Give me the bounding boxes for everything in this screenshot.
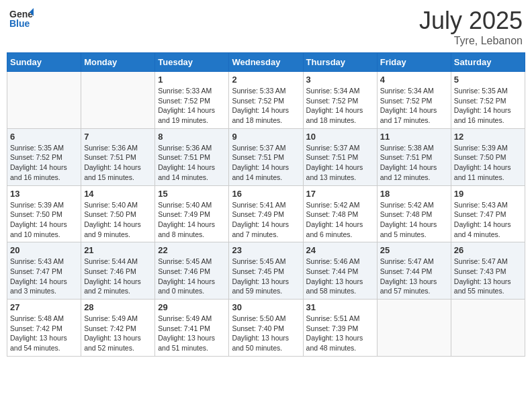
day-number: 8 xyxy=(158,132,226,142)
day-number: 26 xyxy=(454,245,522,255)
calendar-cell xyxy=(7,72,81,129)
day-number: 15 xyxy=(158,189,226,199)
calendar-cell: 2Sunrise: 5:33 AM Sunset: 7:52 PM Daylig… xyxy=(229,72,303,129)
calendar-cell: 3Sunrise: 5:34 AM Sunset: 7:52 PM Daylig… xyxy=(303,72,377,129)
day-info: Sunrise: 5:36 AM Sunset: 7:51 PM Dayligh… xyxy=(158,143,226,183)
day-number: 12 xyxy=(454,132,522,142)
day-number: 16 xyxy=(232,189,300,199)
day-info: Sunrise: 5:33 AM Sunset: 7:52 PM Dayligh… xyxy=(158,86,226,126)
calendar-cell: 24Sunrise: 5:46 AM Sunset: 7:44 PM Dayli… xyxy=(303,242,377,300)
calendar-cell xyxy=(81,72,155,129)
calendar-cell: 26Sunrise: 5:47 AM Sunset: 7:43 PM Dayli… xyxy=(451,242,525,300)
day-number: 20 xyxy=(10,245,78,255)
month-title: July 2025 xyxy=(419,7,523,35)
day-number: 6 xyxy=(10,132,78,142)
svg-text:Blue: Blue xyxy=(9,18,30,29)
day-number: 7 xyxy=(84,132,152,142)
day-info: Sunrise: 5:44 AM Sunset: 7:46 PM Dayligh… xyxy=(84,257,152,296)
day-info: Sunrise: 5:43 AM Sunset: 7:47 PM Dayligh… xyxy=(454,200,522,240)
calendar-week-row: 13Sunrise: 5:39 AM Sunset: 7:50 PM Dayli… xyxy=(7,185,525,242)
calendar-cell: 20Sunrise: 5:43 AM Sunset: 7:47 PM Dayli… xyxy=(7,242,81,300)
calendar-cell: 13Sunrise: 5:39 AM Sunset: 7:50 PM Dayli… xyxy=(7,185,81,242)
day-number: 19 xyxy=(454,189,522,199)
calendar-cell: 21Sunrise: 5:44 AM Sunset: 7:46 PM Dayli… xyxy=(81,242,155,300)
day-info: Sunrise: 5:35 AM Sunset: 7:52 PM Dayligh… xyxy=(10,143,78,183)
day-number: 27 xyxy=(10,302,78,312)
column-header-saturday: Saturday xyxy=(451,53,525,72)
day-number: 24 xyxy=(306,245,374,255)
day-info: Sunrise: 5:46 AM Sunset: 7:44 PM Dayligh… xyxy=(306,257,374,296)
column-header-wednesday: Wednesday xyxy=(229,53,303,72)
day-info: Sunrise: 5:37 AM Sunset: 7:51 PM Dayligh… xyxy=(306,143,374,183)
calendar-cell: 30Sunrise: 5:50 AM Sunset: 7:40 PM Dayli… xyxy=(229,300,303,357)
calendar-cell: 11Sunrise: 5:38 AM Sunset: 7:51 PM Dayli… xyxy=(377,128,451,185)
day-info: Sunrise: 5:49 AM Sunset: 7:42 PM Dayligh… xyxy=(84,314,152,353)
day-info: Sunrise: 5:45 AM Sunset: 7:45 PM Dayligh… xyxy=(232,257,300,296)
column-header-friday: Friday xyxy=(377,53,451,72)
day-number: 31 xyxy=(306,302,374,312)
calendar-cell: 9Sunrise: 5:37 AM Sunset: 7:51 PM Daylig… xyxy=(229,128,303,185)
day-number: 4 xyxy=(380,75,448,85)
calendar-cell: 7Sunrise: 5:36 AM Sunset: 7:51 PM Daylig… xyxy=(81,128,155,185)
calendar-cell: 25Sunrise: 5:47 AM Sunset: 7:44 PM Dayli… xyxy=(377,242,451,300)
logo-icon: General Blue xyxy=(9,7,34,31)
calendar-cell: 16Sunrise: 5:41 AM Sunset: 7:49 PM Dayli… xyxy=(229,185,303,242)
logo: General Blue xyxy=(9,7,34,31)
day-info: Sunrise: 5:35 AM Sunset: 7:52 PM Dayligh… xyxy=(454,86,522,126)
calendar-cell: 22Sunrise: 5:45 AM Sunset: 7:46 PM Dayli… xyxy=(155,242,229,300)
calendar-header-row: SundayMondayTuesdayWednesdayThursdayFrid… xyxy=(7,53,525,72)
calendar-cell: 14Sunrise: 5:40 AM Sunset: 7:50 PM Dayli… xyxy=(81,185,155,242)
day-number: 10 xyxy=(306,132,374,142)
day-number: 14 xyxy=(84,189,152,199)
day-info: Sunrise: 5:43 AM Sunset: 7:47 PM Dayligh… xyxy=(10,257,78,296)
day-number: 9 xyxy=(232,132,300,142)
day-number: 18 xyxy=(380,189,448,199)
day-info: Sunrise: 5:38 AM Sunset: 7:51 PM Dayligh… xyxy=(380,143,448,183)
day-number: 22 xyxy=(158,245,226,255)
calendar-cell: 1Sunrise: 5:33 AM Sunset: 7:52 PM Daylig… xyxy=(155,72,229,129)
calendar-cell: 27Sunrise: 5:48 AM Sunset: 7:42 PM Dayli… xyxy=(7,300,81,357)
day-info: Sunrise: 5:40 AM Sunset: 7:50 PM Dayligh… xyxy=(84,200,152,240)
calendar-cell: 17Sunrise: 5:42 AM Sunset: 7:48 PM Dayli… xyxy=(303,185,377,242)
day-number: 30 xyxy=(232,302,300,312)
calendar-cell: 5Sunrise: 5:35 AM Sunset: 7:52 PM Daylig… xyxy=(451,72,525,129)
location-title: Tyre, Lebanon xyxy=(419,35,523,47)
day-number: 3 xyxy=(306,75,374,85)
calendar-cell: 31Sunrise: 5:51 AM Sunset: 7:39 PM Dayli… xyxy=(303,300,377,357)
day-number: 28 xyxy=(84,302,152,312)
page-header: General Blue July 2025 Tyre, Lebanon xyxy=(7,7,525,47)
day-info: Sunrise: 5:34 AM Sunset: 7:52 PM Dayligh… xyxy=(380,86,448,126)
calendar-cell: 23Sunrise: 5:45 AM Sunset: 7:45 PM Dayli… xyxy=(229,242,303,300)
day-number: 25 xyxy=(380,245,448,255)
calendar-week-row: 27Sunrise: 5:48 AM Sunset: 7:42 PM Dayli… xyxy=(7,300,525,357)
day-number: 21 xyxy=(84,245,152,255)
calendar-table: SundayMondayTuesdayWednesdayThursdayFrid… xyxy=(7,52,525,357)
day-info: Sunrise: 5:37 AM Sunset: 7:51 PM Dayligh… xyxy=(232,143,300,183)
calendar-cell xyxy=(451,300,525,357)
day-info: Sunrise: 5:42 AM Sunset: 7:48 PM Dayligh… xyxy=(306,200,374,240)
day-info: Sunrise: 5:47 AM Sunset: 7:44 PM Dayligh… xyxy=(380,257,448,296)
day-number: 13 xyxy=(10,189,78,199)
calendar-week-row: 20Sunrise: 5:43 AM Sunset: 7:47 PM Dayli… xyxy=(7,242,525,300)
day-info: Sunrise: 5:33 AM Sunset: 7:52 PM Dayligh… xyxy=(232,86,300,126)
day-info: Sunrise: 5:50 AM Sunset: 7:40 PM Dayligh… xyxy=(232,314,300,353)
day-info: Sunrise: 5:41 AM Sunset: 7:49 PM Dayligh… xyxy=(232,200,300,240)
day-number: 11 xyxy=(380,132,448,142)
day-info: Sunrise: 5:48 AM Sunset: 7:42 PM Dayligh… xyxy=(10,314,78,353)
calendar-cell: 6Sunrise: 5:35 AM Sunset: 7:52 PM Daylig… xyxy=(7,128,81,185)
day-info: Sunrise: 5:39 AM Sunset: 7:50 PM Dayligh… xyxy=(454,143,522,183)
calendar-cell xyxy=(377,300,451,357)
day-info: Sunrise: 5:45 AM Sunset: 7:46 PM Dayligh… xyxy=(158,257,226,296)
day-number: 5 xyxy=(454,75,522,85)
day-info: Sunrise: 5:39 AM Sunset: 7:50 PM Dayligh… xyxy=(10,200,78,240)
day-number: 2 xyxy=(232,75,300,85)
day-info: Sunrise: 5:51 AM Sunset: 7:39 PM Dayligh… xyxy=(306,314,374,353)
day-number: 29 xyxy=(158,302,226,312)
title-area: July 2025 Tyre, Lebanon xyxy=(419,7,523,47)
column-header-tuesday: Tuesday xyxy=(155,53,229,72)
day-number: 1 xyxy=(158,75,226,85)
day-info: Sunrise: 5:49 AM Sunset: 7:41 PM Dayligh… xyxy=(158,314,226,353)
calendar-week-row: 6Sunrise: 5:35 AM Sunset: 7:52 PM Daylig… xyxy=(7,128,525,185)
day-number: 23 xyxy=(232,245,300,255)
column-header-sunday: Sunday xyxy=(7,53,81,72)
